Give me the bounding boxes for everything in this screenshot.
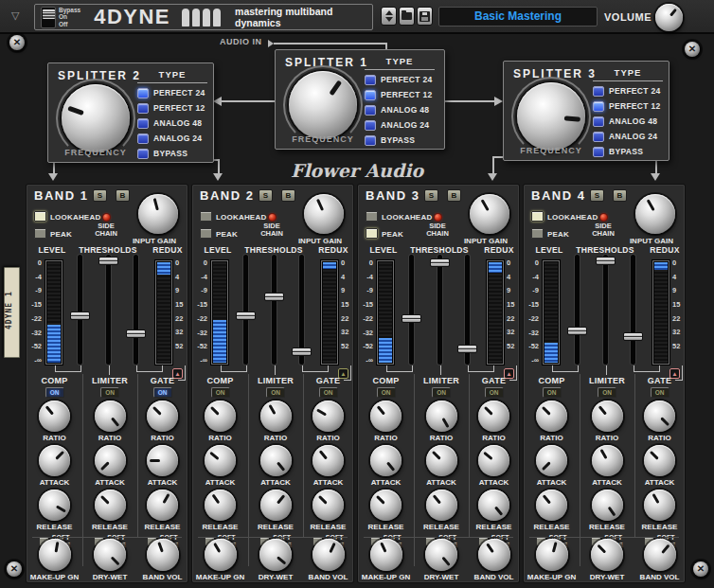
- band-volume-knob[interactable]: [147, 539, 179, 571]
- preset-load-button[interactable]: [399, 7, 415, 26]
- gate-threshold-slider[interactable]: [465, 255, 470, 365]
- limiter-threshold-slider[interactable]: [106, 255, 111, 365]
- type-option[interactable]: BYPASS: [137, 148, 207, 159]
- slider-handle[interactable]: [98, 257, 118, 265]
- bypass-switch[interactable]: [41, 7, 56, 28]
- gate-threshold-slider[interactable]: [134, 255, 138, 365]
- comp-threshold-slider[interactable]: [575, 255, 580, 365]
- gate-ratio-knob[interactable]: [312, 401, 344, 432]
- limiter-release-knob[interactable]: [592, 490, 623, 521]
- type-option[interactable]: ANALOG 24: [593, 131, 663, 142]
- type-option[interactable]: PERFECT 24: [137, 87, 207, 98]
- limiter-attack-knob[interactable]: [260, 445, 292, 476]
- lookahead-checkbox[interactable]: [531, 211, 544, 222]
- gate-ratio-knob[interactable]: [644, 401, 675, 432]
- slider-handle[interactable]: [596, 257, 616, 265]
- preset-prev-next-button[interactable]: [381, 7, 397, 26]
- limiter-threshold-slider[interactable]: [437, 255, 442, 365]
- comp-threshold-slider[interactable]: [409, 255, 414, 365]
- limiter-ratio-knob[interactable]: [260, 401, 292, 432]
- band-volume-knob[interactable]: [644, 539, 676, 571]
- frequency-knob[interactable]: [517, 82, 585, 151]
- peak-checkbox[interactable]: [366, 228, 378, 239]
- solo-button[interactable]: S: [424, 189, 438, 202]
- type-option[interactable]: BYPASS: [365, 134, 438, 146]
- type-option[interactable]: PERFECT 24: [593, 85, 663, 97]
- peak-checkbox[interactable]: [531, 228, 544, 239]
- limiter-attack-knob[interactable]: [592, 445, 623, 476]
- band-bypass-button[interactable]: B: [447, 189, 461, 202]
- comp-threshold-slider[interactable]: [78, 255, 82, 365]
- limiter-threshold-slider[interactable]: [272, 255, 277, 365]
- input-gain-knob[interactable]: [138, 194, 178, 234]
- frequency-knob[interactable]: [62, 84, 130, 152]
- gate-threshold-slider[interactable]: [631, 255, 635, 365]
- slider-handle[interactable]: [623, 332, 643, 341]
- comp-attack-knob[interactable]: [370, 445, 402, 476]
- gate-ratio-knob[interactable]: [147, 401, 178, 432]
- type-option[interactable]: BYPASS: [593, 146, 663, 157]
- comp-attack-knob[interactable]: [536, 445, 567, 476]
- limiter-ratio-knob[interactable]: [95, 401, 126, 432]
- limiter-release-knob[interactable]: [95, 490, 126, 521]
- lookahead-checkbox[interactable]: [200, 211, 212, 222]
- comp-ratio-knob[interactable]: [370, 401, 402, 432]
- comp-attack-knob[interactable]: [205, 445, 236, 476]
- band-volume-knob[interactable]: [312, 539, 345, 571]
- preset-display[interactable]: Basic Mastering: [438, 7, 598, 27]
- comp-ratio-knob[interactable]: [205, 401, 236, 432]
- comp-release-knob[interactable]: [536, 490, 567, 521]
- slider-handle[interactable]: [567, 327, 587, 335]
- comp-attack-knob[interactable]: [39, 445, 70, 476]
- gate-release-knob[interactable]: [312, 490, 344, 521]
- volume-knob[interactable]: [655, 4, 683, 31]
- type-option[interactable]: PERFECT 12: [593, 100, 663, 112]
- type-option[interactable]: ANALOG 48: [593, 116, 663, 127]
- slider-handle[interactable]: [126, 330, 146, 338]
- solo-button[interactable]: S: [93, 189, 107, 202]
- input-gain-knob[interactable]: [304, 194, 344, 234]
- solo-button[interactable]: S: [590, 189, 604, 202]
- menu-caret-icon[interactable]: ▽: [11, 9, 19, 22]
- slider-handle[interactable]: [457, 345, 477, 353]
- band-volume-knob[interactable]: [478, 539, 510, 571]
- comp-release-knob[interactable]: [39, 490, 70, 521]
- type-option[interactable]: ANALOG 48: [137, 117, 207, 129]
- makeup-gain-knob[interactable]: [205, 539, 237, 571]
- gate-attack-knob[interactable]: [147, 445, 178, 476]
- type-option[interactable]: PERFECT 24: [365, 74, 438, 85]
- comp-release-knob[interactable]: [205, 490, 236, 521]
- slider-handle[interactable]: [70, 312, 90, 320]
- comp-ratio-knob[interactable]: [536, 401, 567, 432]
- limiter-release-knob[interactable]: [426, 490, 457, 521]
- dry-wet-knob[interactable]: [259, 539, 292, 571]
- makeup-gain-knob[interactable]: [39, 539, 71, 571]
- limiter-release-knob[interactable]: [260, 490, 292, 521]
- dry-wet-knob[interactable]: [591, 539, 623, 571]
- gate-attack-knob[interactable]: [644, 445, 675, 476]
- gate-threshold-slider[interactable]: [299, 255, 304, 365]
- peak-checkbox[interactable]: [34, 228, 46, 239]
- comp-ratio-knob[interactable]: [39, 401, 70, 432]
- makeup-gain-knob[interactable]: [536, 539, 568, 571]
- band-bypass-button[interactable]: B: [613, 189, 627, 202]
- lookahead-checkbox[interactable]: [366, 211, 378, 222]
- comp-threshold-slider[interactable]: [243, 255, 248, 365]
- preset-save-button[interactable]: [417, 7, 433, 26]
- solo-button[interactable]: S: [259, 189, 273, 202]
- slider-handle[interactable]: [402, 314, 421, 323]
- gate-release-knob[interactable]: [644, 490, 675, 521]
- dry-wet-knob[interactable]: [94, 539, 126, 571]
- gate-release-knob[interactable]: [478, 490, 509, 521]
- slider-handle[interactable]: [430, 258, 450, 267]
- slider-handle[interactable]: [292, 347, 312, 356]
- makeup-gain-knob[interactable]: [370, 539, 402, 571]
- slider-handle[interactable]: [264, 293, 284, 301]
- peak-checkbox[interactable]: [200, 228, 212, 239]
- slider-handle[interactable]: [236, 312, 256, 320]
- type-option[interactable]: PERFECT 12: [137, 102, 207, 114]
- limiter-attack-knob[interactable]: [426, 445, 457, 476]
- type-option[interactable]: ANALOG 48: [365, 104, 438, 116]
- limiter-ratio-knob[interactable]: [426, 401, 457, 432]
- type-option[interactable]: PERFECT 12: [365, 89, 438, 100]
